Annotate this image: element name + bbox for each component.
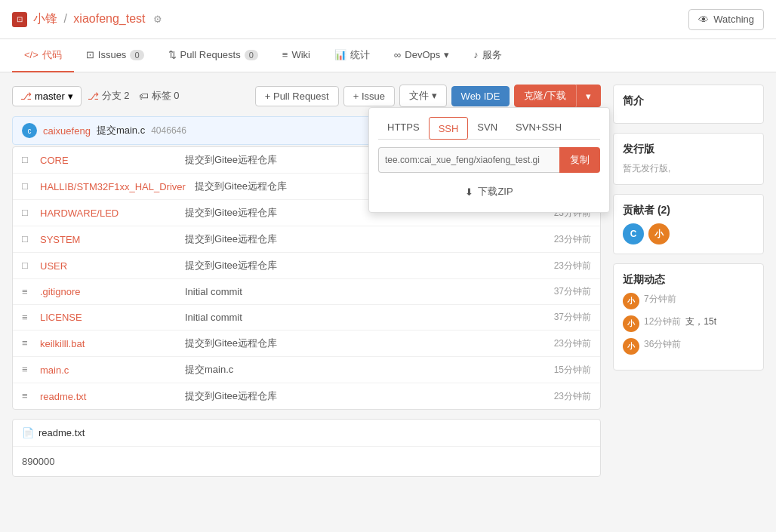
- file-icon: ≡: [22, 312, 34, 324]
- tab-code[interactable]: </> 代码: [12, 39, 74, 72]
- download-zip-link[interactable]: ⬇ 下载ZIP: [378, 180, 600, 203]
- branch-icon: ⎇: [20, 91, 32, 102]
- readme-file-icon: 📄: [22, 427, 34, 438]
- repo-toolbar: ⎇ master ▾ ⎇ 分支 2 🏷 标签 0 + Pull Request …: [12, 85, 601, 107]
- sidebar: 简介 发行版 暂无发行版, 贡献者 (2) C 小 近期动态 小 7分钟前 小 …: [613, 85, 764, 477]
- folder-icon: □: [22, 154, 34, 166]
- branch-name: master: [35, 91, 65, 102]
- release-empty: 暂无发行版,: [623, 162, 754, 175]
- file-commit-msg: 提交到Gitee远程仓库: [176, 337, 554, 350]
- nav-tabs: </> 代码 ⊡ Issues 0 ⇅ Pull Requests 0 ≡ Wi…: [0, 39, 776, 72]
- tab-wiki-label: Wiki: [291, 49, 310, 60]
- branch-selector[interactable]: ⎇ master ▾: [12, 86, 82, 106]
- tag-count: 🏷 标签 0: [139, 89, 180, 103]
- file-time: 37分钟前: [554, 285, 591, 298]
- tab-services[interactable]: ♪ 服务: [461, 39, 514, 72]
- tab-wiki[interactable]: ≡ Wiki: [270, 39, 322, 72]
- file-row: ≡readme.txt提交到Gitee远程仓库23分钟前: [13, 383, 600, 409]
- release-section: 发行版 暂无发行版,: [613, 133, 764, 185]
- file-button[interactable]: 文件 ▾: [399, 85, 447, 107]
- contributors-title: 贡献者 (2): [623, 204, 754, 217]
- clone-tab-ssh[interactable]: SSH: [429, 117, 469, 140]
- stats-icon: 📊: [334, 49, 346, 60]
- tab-devops[interactable]: ∞ DevOps ▾: [382, 39, 461, 72]
- recent-avatar-2: 小: [623, 315, 639, 332]
- recent-item-1: 小 7分钟前: [623, 293, 754, 309]
- recent-time-3: 36分钟前: [644, 338, 681, 351]
- file-row: ≡main.c提交main.c15分钟前: [13, 357, 600, 383]
- download-zip-label: 下载ZIP: [478, 185, 513, 198]
- copy-url-button[interactable]: 复制: [559, 147, 600, 173]
- tab-pull-requests[interactable]: ⇅ Pull Requests 0: [156, 39, 270, 72]
- contributors-section: 贡献者 (2) C 小: [613, 194, 764, 254]
- tab-issues[interactable]: ⊡ Issues 0: [74, 39, 156, 72]
- folder-icon: □: [22, 207, 34, 219]
- watch-button[interactable]: 👁 Watching: [688, 9, 764, 30]
- tab-stats-label: 统计: [350, 48, 370, 62]
- recent-text-2: 支，15t: [685, 315, 716, 328]
- clone-dropdown-arrow[interactable]: ▾: [576, 85, 601, 107]
- folder-icon: □: [22, 233, 34, 245]
- file-name-link[interactable]: USER: [40, 260, 176, 272]
- file-name-link[interactable]: keilkilll.bat: [40, 338, 176, 349]
- contributor-avatar-c[interactable]: C: [623, 223, 644, 244]
- web-ide-button[interactable]: Web IDE: [451, 86, 510, 106]
- recent-avatar-3: 小: [623, 338, 639, 355]
- branch-fork-icon: ⎇: [88, 91, 99, 102]
- repo-path: 小锋 / xiaofeng_test: [33, 11, 146, 27]
- settings-icon[interactable]: ⚙: [153, 14, 162, 25]
- file-name-link[interactable]: SYSTEM: [40, 234, 176, 245]
- clone-input-row: 复制: [378, 147, 600, 173]
- download-icon: ⬇: [465, 186, 473, 198]
- file-name-link[interactable]: main.c: [40, 364, 176, 376]
- code-icon: </>: [24, 49, 38, 60]
- file-row: □USER提交到Gitee远程仓库23分钟前: [13, 253, 600, 279]
- file-commit-msg: Initial commit: [176, 312, 554, 323]
- contributor-avatar-x[interactable]: 小: [648, 223, 670, 244]
- file-name-link[interactable]: readme.txt: [40, 391, 176, 402]
- tab-pr-label: Pull Requests: [180, 49, 241, 60]
- readme-box: 📄 readme.txt 890000: [12, 419, 601, 477]
- chevron-down-icon: ▾: [444, 49, 449, 60]
- file-commit-msg: 提交到Gitee远程仓库: [176, 232, 554, 246]
- file-row: ≡LICENSEInitial commit37分钟前: [13, 305, 600, 331]
- contributor-avatars: C 小: [623, 223, 754, 244]
- committer-link[interactable]: caixuefeng: [43, 125, 91, 137]
- file-commit-msg: 提交main.c: [176, 363, 554, 377]
- recent-item-3: 小 36分钟前: [623, 338, 754, 355]
- file-time: 23分钟前: [554, 337, 591, 350]
- file-name-link[interactable]: LICENSE: [40, 312, 176, 323]
- file-name-link[interactable]: HARDWARE/LED: [40, 208, 176, 219]
- file-chevron-icon: ▾: [432, 90, 437, 101]
- watch-label: Watching: [713, 14, 754, 25]
- tab-stats[interactable]: 📊 统计: [322, 39, 382, 72]
- release-title: 发行版: [623, 143, 754, 156]
- intro-title: 简介: [623, 94, 754, 108]
- path-separator: /: [63, 12, 66, 25]
- wiki-icon: ≡: [282, 49, 288, 60]
- file-icon: ≡: [22, 337, 34, 349]
- issues-badge: 0: [130, 50, 143, 60]
- readme-content: 890000: [13, 447, 600, 476]
- file-name-link[interactable]: .gitignore: [40, 286, 176, 297]
- recent-avatar-1: 小: [623, 293, 639, 309]
- clone-button[interactable]: 克隆/下载: [514, 85, 576, 107]
- tag-icon: 🏷: [139, 91, 149, 102]
- eye-icon: 👁: [698, 14, 709, 26]
- file-name-link[interactable]: HALLIB/STM32F1xx_HAL_Driver: [40, 181, 186, 192]
- clone-url-input[interactable]: [378, 147, 559, 173]
- repo-owner-link[interactable]: 小锋: [33, 12, 57, 25]
- file-icon: ≡: [22, 390, 34, 402]
- pull-request-button[interactable]: + Pull Request: [255, 86, 339, 106]
- issue-button[interactable]: + Issue: [343, 86, 395, 106]
- clone-tab-bar: HTTPS SSH SVN SVN+SSH: [378, 117, 600, 140]
- clone-dropdown: HTTPS SSH SVN SVN+SSH 复制 ⬇ 下载ZIP: [368, 107, 610, 213]
- committer-avatar: c: [22, 123, 37, 138]
- clone-tab-svn-ssh[interactable]: SVN+SSH: [507, 117, 571, 139]
- file-row: □SYSTEM提交到Gitee远程仓库23分钟前: [13, 226, 600, 253]
- clone-tab-svn[interactable]: SVN: [468, 117, 507, 139]
- file-name-link[interactable]: CORE: [40, 155, 176, 166]
- commit-message: 提交main.c: [97, 124, 145, 137]
- repo-name-link[interactable]: xiaofeng_test: [73, 12, 145, 25]
- clone-tab-https[interactable]: HTTPS: [378, 117, 429, 139]
